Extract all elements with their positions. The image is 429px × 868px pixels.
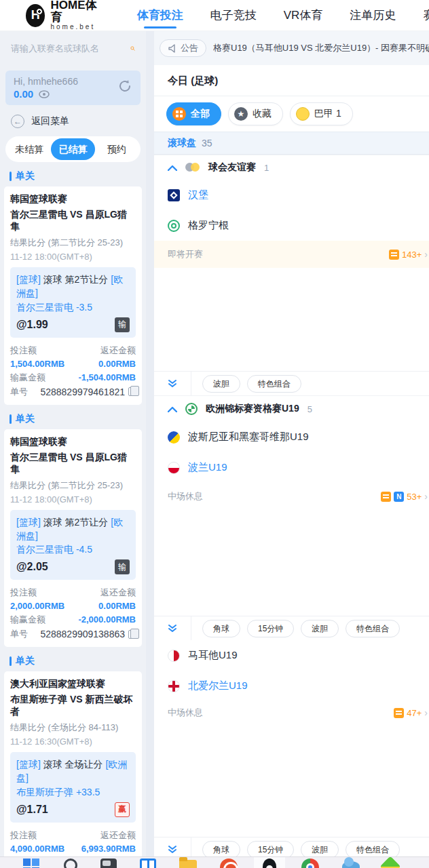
logo-domain: home.bet <box>50 24 98 31</box>
green-app-icon[interactable] <box>379 856 400 868</box>
user-card: Hi, hmhehe666 0.00 <box>5 71 141 105</box>
expand-more-button[interactable] <box>154 616 191 640</box>
chrome-icon[interactable] <box>301 859 319 868</box>
chevron-right-icon[interactable]: › <box>424 249 428 260</box>
uefa-league-icon <box>185 403 198 415</box>
group-header-friendly[interactable]: 球会友谊赛 1 <box>154 155 429 180</box>
special-combo-button[interactable]: 特色组合 <box>346 841 400 859</box>
stake-value: 1,504.00RMB <box>10 357 64 371</box>
bet-odds: @1.99 <box>16 319 48 331</box>
taskbar-search-icon[interactable] <box>64 859 77 868</box>
ticket-number: 5288829979461821 <box>40 384 125 399</box>
star-icon: ★ <box>234 107 248 121</box>
bet-teams: 首尔三星雷电 VS 昌原LG猎隼 <box>10 209 136 233</box>
nav-esports[interactable]: 电子竞技 <box>210 1 257 30</box>
bet-slip-icon <box>389 250 399 260</box>
nav-history[interactable]: 注单历史 <box>350 1 396 30</box>
15min-button[interactable]: 15分钟 <box>247 841 294 859</box>
expand-more-button[interactable] <box>154 372 191 395</box>
chip-favorites[interactable]: ★ 收藏 <box>228 102 283 125</box>
search-icon[interactable] <box>130 43 135 54</box>
corners-button[interactable]: 角球 <box>202 841 240 859</box>
bet-league: 韩国篮球联赛 <box>10 193 136 205</box>
match-panel: 今日 (足球) 全部 ★ 收藏 巴甲 1 <box>154 65 429 868</box>
scroll-gap[interactable] <box>146 31 154 868</box>
15min-button[interactable]: 15分钟 <box>247 620 294 637</box>
team-row[interactable]: 格罗宁根 <box>154 210 429 241</box>
logo-title: HOME体育 <box>50 0 98 24</box>
bet-selection: 首尔三星雷电 -3.5 <box>16 302 130 314</box>
windows-start-icon[interactable] <box>23 859 41 868</box>
double-chevron-down-icon <box>168 624 177 633</box>
bet-type-header: 单关 <box>10 170 141 182</box>
bet-status-tabs: 未结算 已结算 预约 <box>5 136 141 162</box>
page-title: 今日 (足球) <box>154 65 429 96</box>
corners-button[interactable]: 角球 <box>202 620 240 637</box>
chip-league-baja[interactable]: 巴甲 1 <box>290 102 353 125</box>
bet-market-box: [篮球] 滚球 第2节让分 [欧洲盘] 首尔三星雷电 -3.5 @1.99 输 <box>10 267 136 338</box>
groningen-logo-icon <box>168 220 180 232</box>
chevron-right-icon[interactable]: › <box>424 707 428 718</box>
qq-taskbar-slot[interactable] <box>254 857 285 868</box>
northern-ireland-flag-icon <box>168 680 180 692</box>
nav-vr[interactable]: VR体育 <box>284 1 323 30</box>
league-badge-icon <box>296 107 310 121</box>
chip-all[interactable]: 全部 <box>166 102 221 125</box>
copy-icon[interactable] <box>128 630 136 639</box>
correct-score-button[interactable]: 波胆 <box>301 841 339 859</box>
eye-icon[interactable] <box>39 90 50 98</box>
copy-icon[interactable] <box>128 387 136 396</box>
windows-taskbar <box>0 856 429 868</box>
tab-settled[interactable]: 已结算 <box>51 138 94 160</box>
user-greeting: Hi, hmhehe666 <box>14 76 132 87</box>
announcement-text: 格赛U19（马耳他U19 VS 北爱尔兰U19）- 因赛果不明确，赛果将 <box>213 42 429 54</box>
bet-type-header: 单关 <box>10 413 141 425</box>
logo-icon: H <box>26 4 45 27</box>
search-input[interactable] <box>11 43 130 54</box>
nav-results[interactable]: 赛果 <box>423 1 429 30</box>
main-nav: 体育投注 电子竞技 VR体育 注单历史 赛果 <box>137 1 429 30</box>
outcome-badge: 输 <box>115 317 130 332</box>
logo[interactable]: H HOME体育 home.bet <box>26 0 99 31</box>
refresh-icon[interactable] <box>117 79 132 94</box>
live-betting-band[interactable]: 滚球盘 35 <box>154 132 429 155</box>
announcement-pill: 公告 <box>160 39 206 57</box>
team-row[interactable]: 波斯尼亚和黑塞哥维那U19 <box>154 422 429 452</box>
bet-card: 韩国篮球联赛 首尔三星雷电 VS 昌原LG猎隼 结果比分 (第二节比分 25-2… <box>4 186 142 405</box>
team-row[interactable]: 北爱尔兰U19 <box>154 671 429 701</box>
double-chevron-down-icon <box>168 845 177 854</box>
back-arrow-icon: ← <box>11 115 24 128</box>
team-row[interactable]: 波兰U19 <box>154 452 429 483</box>
tab-reserved[interactable]: 预约 <box>95 138 138 160</box>
sidebar: Hi, hmhehe666 0.00 ← 返回菜单 <box>0 31 146 868</box>
match-status-row: 中场休息 47+ › <box>154 701 429 724</box>
outcome-badge: 赢 <box>115 802 130 817</box>
malta-flag-icon <box>168 650 180 662</box>
correct-score-button[interactable]: 波胆 <box>202 375 240 393</box>
chevron-right-icon[interactable]: › <box>424 491 428 502</box>
correct-score-button[interactable]: 波胆 <box>301 620 339 637</box>
odds-area-empty <box>154 268 429 371</box>
outcome-badge: 输 <box>115 559 130 574</box>
special-combo-button[interactable]: 特色组合 <box>247 375 301 393</box>
group-header-euro-u19[interactable]: 欧洲锦标赛资格赛U19 5 <box>154 395 429 422</box>
special-combo-button[interactable]: 特色组合 <box>346 620 400 637</box>
dark-app-icon[interactable] <box>100 859 117 868</box>
n-badge-icon: N <box>394 492 404 502</box>
match-status-row: 即将开赛 143+ › <box>154 241 429 268</box>
team-row[interactable]: 汉堡 <box>154 180 429 210</box>
match-status-row: 中场休息 N 53+ › <box>154 483 429 510</box>
poland-flag-icon <box>168 462 180 474</box>
file-explorer-icon[interactable] <box>179 860 197 868</box>
team-row[interactable]: 马耳他U19 <box>154 640 429 671</box>
nav-sports[interactable]: 体育投注 <box>137 1 183 30</box>
tab-unsettled[interactable]: 未结算 <box>7 138 51 160</box>
orange-app-icon[interactable] <box>220 859 238 868</box>
task-view-icon[interactable] <box>140 859 156 868</box>
bet-card: 韩国篮球联赛 首尔三星雷电 VS 昌原LG猎隼 结果比分 (第二节比分 25-2… <box>4 429 142 648</box>
bet-type-header: 单关 <box>10 655 141 667</box>
odds-area-empty <box>154 510 429 616</box>
back-to-menu[interactable]: ← 返回菜单 <box>0 109 146 132</box>
double-chevron-down-icon <box>168 379 177 389</box>
cloud-app-icon[interactable] <box>342 861 360 868</box>
